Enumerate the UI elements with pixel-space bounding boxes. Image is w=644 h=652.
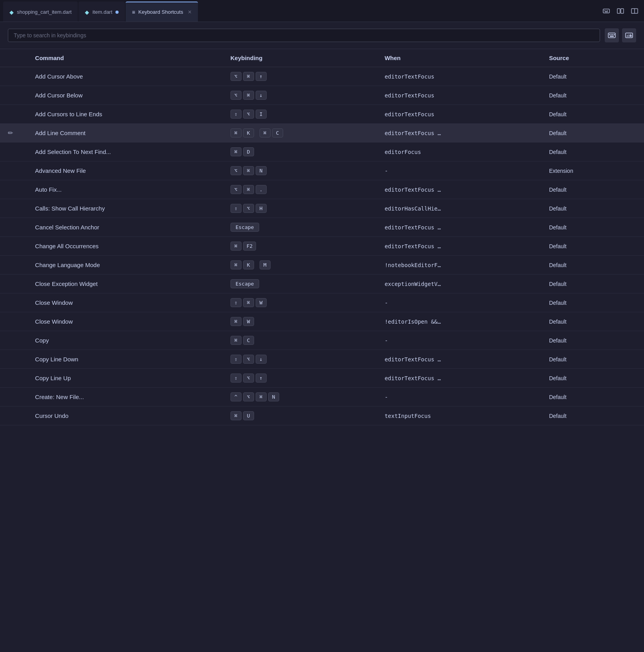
svg-rect-2 [606, 10, 606, 11]
table-row[interactable]: Change Language Mode⌘KM!notebookEditorF…… [0, 256, 644, 275]
key: K [243, 260, 254, 269]
unsaved-dot [115, 11, 119, 14]
key: ⌥ [243, 110, 254, 119]
source-cell: Default [541, 124, 644, 143]
header-keybinding: Keybinding [223, 49, 377, 67]
key: . [256, 185, 267, 194]
table-row[interactable]: Add Selection To Next Find...⌘DeditorFoc… [0, 143, 644, 161]
tab-keyboard-shortcuts[interactable]: ≡ Keyboard Shortcuts × [126, 2, 198, 22]
key: Escape [231, 223, 259, 232]
keys-container: ⇧⌘W [231, 298, 369, 307]
table-row[interactable]: Copy Line Down⇧⌥↓editorTextFocus …Defaul… [0, 350, 644, 369]
keys-container: ⌘K⌘C [231, 128, 369, 137]
keybinding-cell: ⌘W [223, 312, 377, 331]
key: ⇧ [231, 355, 242, 364]
edit-cell [0, 293, 27, 312]
command-cell: Add Cursors to Line Ends [27, 105, 222, 124]
sort-btn[interactable]: abc [622, 28, 636, 42]
svg-text:abc: abc [626, 34, 633, 38]
dart-icon: ◆ [9, 9, 14, 15]
keys-container: ⌘D [231, 147, 369, 156]
key: ^ [231, 392, 242, 401]
key: ⌘ [243, 166, 254, 175]
source-cell: Default [541, 105, 644, 124]
keybinding-cell: ^⌥⌘N [223, 388, 377, 407]
svg-rect-5 [617, 9, 620, 13]
tab-item[interactable]: ◆ item.dart [79, 2, 125, 22]
key: ⌘ [231, 242, 242, 251]
key: ⇧ [231, 110, 242, 119]
when-cell: editorFocus [377, 143, 541, 161]
source-cell: Default [541, 369, 644, 388]
table-row[interactable]: Copy⌘C-Default [0, 331, 644, 350]
edit-cell [0, 407, 27, 425]
keys-container: ⇧⌥↑ [231, 374, 369, 383]
key: ⇧ [231, 204, 242, 213]
svg-rect-4 [605, 11, 608, 12]
table-row[interactable]: Close Exception WidgetEscapeexceptionWid… [0, 275, 644, 293]
when-cell: editorTextFocus [377, 67, 541, 86]
key: ⌥ [231, 91, 242, 100]
split-view-btn[interactable] [614, 5, 627, 17]
table-row[interactable]: ✏Add Line Comment⌘K⌘CeditorTextFocus …De… [0, 124, 644, 143]
command-cell: Change Language Mode [27, 256, 222, 275]
source-cell: Default [541, 388, 644, 407]
svg-rect-11 [611, 34, 612, 35]
when-cell: - [377, 388, 541, 407]
source-cell: Default [541, 143, 644, 161]
when-cell: editorHasCallHie… [377, 199, 541, 218]
edit-cell [0, 180, 27, 199]
key: ⌥ [243, 392, 254, 401]
source-cell: Default [541, 275, 644, 293]
table-row[interactable]: Close Window⇧⌘W-Default [0, 293, 644, 312]
key: ⇧ [231, 374, 242, 383]
header-when: When [377, 49, 541, 67]
table-row[interactable]: Cancel Selection AnchorEscapeeditorTextF… [0, 218, 644, 237]
keybinding-cell: ⌘C [223, 331, 377, 350]
key: ⌘ [231, 411, 242, 420]
source-cell: Default [541, 312, 644, 331]
svg-rect-12 [612, 34, 613, 35]
key: N [268, 392, 279, 401]
command-cell: Change All Occurrences [27, 237, 222, 256]
key: F2 [243, 242, 256, 251]
table-header-row: Command Keybinding When Source [0, 49, 644, 67]
keyboard-icon-btn[interactable] [600, 5, 613, 17]
tab-shopping-cart[interactable]: ◆ shopping_cart_item.dart [3, 2, 78, 22]
when-cell: editorTextFocus … [377, 237, 541, 256]
table-row[interactable]: Close Window⌘W!editorIsOpen &&…Default [0, 312, 644, 331]
when-cell: editorTextFocus [377, 86, 541, 105]
key: ⌥ [243, 204, 254, 213]
table-row[interactable]: Create: New File...^⌥⌘N-Default [0, 388, 644, 407]
search-input[interactable] [14, 32, 594, 38]
when-cell: - [377, 293, 541, 312]
key: ⌘ [256, 392, 267, 401]
keys-container: ⌥⌘↑ [231, 72, 369, 81]
when-cell: editorTextFocus … [377, 218, 541, 237]
table-row[interactable]: Add Cursor Below⌥⌘↓editorTextFocusDefaul… [0, 86, 644, 105]
command-cell: Calls: Show Call Hierarchy [27, 199, 222, 218]
table-row[interactable]: Copy Line Up⇧⌥↑editorTextFocus …Default [0, 369, 644, 388]
edit-cell: ✏ [0, 124, 27, 143]
table-row[interactable]: Add Cursor Above⌥⌘↑editorTextFocusDefaul… [0, 67, 644, 86]
layout-btn[interactable] [628, 5, 641, 17]
edit-cell [0, 256, 27, 275]
table-row[interactable]: Auto Fix...⌥⌘.editorTextFocus …Default [0, 180, 644, 199]
key: N [256, 166, 267, 175]
tab-close-button[interactable]: × [188, 9, 191, 16]
key: ⌥ [243, 355, 254, 364]
source-cell: Default [541, 256, 644, 275]
command-cell: Close Window [27, 293, 222, 312]
edit-cell [0, 67, 27, 86]
table-row[interactable]: Cursor Undo⌘UtextInputFocusDefault [0, 407, 644, 425]
table-row[interactable]: Advanced New File⌥⌘N-Extension [0, 161, 644, 180]
table-row[interactable]: Add Cursors to Line Ends⇧⌥IeditorTextFoc… [0, 105, 644, 124]
source-cell: Extension [541, 161, 644, 180]
keyboard-layout-btn[interactable] [605, 28, 619, 42]
split-icon [617, 7, 624, 15]
key: ↑ [256, 374, 267, 383]
table-row[interactable]: Change All Occurrences⌘F2editorTextFocus… [0, 237, 644, 256]
table-row[interactable]: Calls: Show Call Hierarchy⇧⌥HeditorHasCa… [0, 199, 644, 218]
command-cell: Auto Fix... [27, 180, 222, 199]
tab-bar: ◆ shopping_cart_item.dart ◆ item.dart ≡ … [0, 0, 644, 22]
